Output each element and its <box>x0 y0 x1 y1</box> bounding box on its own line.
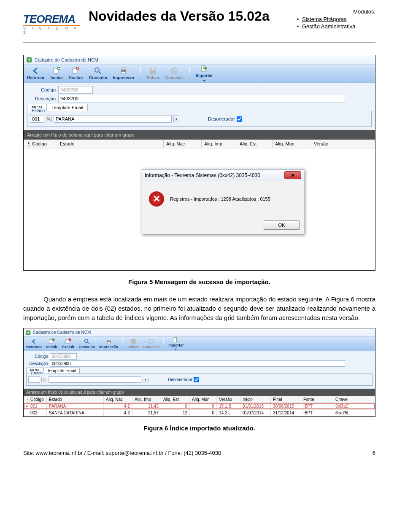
excluir-button[interactable]: Excluir <box>69 67 83 80</box>
descricao-label: Descrição <box>26 361 48 366</box>
estado-dropdown-button[interactable]: ▾ <box>143 377 148 382</box>
import-icon <box>200 65 208 73</box>
desonerador-checkbox[interactable] <box>237 116 242 122</box>
data-grid: ⋮ Código Estado Aliq. Nac Aliq. Imp Aliq… <box>24 396 375 416</box>
window-titlebar: Cadastro de Cadastro de NCM <box>24 328 375 337</box>
svg-rect-22 <box>131 339 135 344</box>
estado-legend: Estado <box>29 371 44 375</box>
estado-code-input[interactable] <box>30 115 44 123</box>
incluir-button[interactable]: Incluir <box>46 339 58 349</box>
tab-strip: NCM Template Email <box>27 104 372 111</box>
incluir-button[interactable]: Incluir <box>51 67 63 80</box>
page-number: 6 <box>373 450 375 456</box>
codigo-label: Código <box>26 354 48 359</box>
cancelar-button: Cancelar <box>143 339 159 349</box>
screenshot-1: Cadastro de Cadastro de NCM Retornar Inc… <box>23 55 375 271</box>
impressao-button[interactable]: Impressão <box>113 67 134 80</box>
consulta-button[interactable]: Consulta <box>89 67 107 80</box>
codigo-input[interactable] <box>58 86 93 94</box>
grid-col[interactable]: Aliq. Mun <box>190 396 217 403</box>
estado-lookup-button[interactable] <box>41 377 47 382</box>
grid-col[interactable]: Aliq. Nac <box>104 396 132 403</box>
tab-template-email[interactable]: Template Email <box>47 104 88 111</box>
caption-2: Figura 6 Índice importado atualizado. <box>23 425 375 432</box>
plus-icon <box>49 339 55 344</box>
estado-fieldset: Estado ▾ Desonerador <box>27 111 372 127</box>
grid-col[interactable]: Estado <box>47 396 104 403</box>
grid-col-versao[interactable]: Versão <box>311 140 375 148</box>
paragraph-1: Quando a empresa está localizada em mais… <box>23 295 375 322</box>
codigo-input[interactable] <box>50 353 77 360</box>
save-icon <box>130 339 136 344</box>
descricao-input[interactable] <box>58 95 345 102</box>
window-titlebar: Cadastro de Cadastro de NCM <box>24 55 375 64</box>
footer-rule <box>23 447 375 447</box>
group-hint-bar: Arraste um título de coluna aqui para cr… <box>24 130 375 140</box>
descricao-input[interactable] <box>50 360 345 367</box>
table-row[interactable]: 002 SANTA CATARINA 4,2 21,57 12 0 14.2.a… <box>24 410 375 416</box>
footer-contact: Site: www.teorema.inf.br / E-mail: supor… <box>23 450 221 456</box>
svg-rect-10 <box>151 68 155 70</box>
estado-legend: Estado <box>30 108 46 113</box>
ok-button[interactable]: OK <box>264 220 300 230</box>
grid-col-estado[interactable]: Estado <box>57 140 164 148</box>
retornar-button[interactable]: Retornar <box>26 339 42 349</box>
window-title: Cadastro de Cadastro de NCM <box>35 57 98 62</box>
estado-dropdown-button[interactable]: ▾ <box>173 116 179 122</box>
save-icon <box>149 67 157 75</box>
grid-col[interactable]: Aliq. Imp <box>132 396 161 403</box>
doc-header: TEOREMA S I S T E M A S Novidades da Ver… <box>23 8 375 35</box>
header-rule <box>23 43 375 43</box>
grid-col-aliqest[interactable]: Aliq. Est <box>237 140 273 148</box>
grid-col-aliqnac[interactable]: Aliq. Nac <box>164 140 202 148</box>
importar-button[interactable]: Importar▾ <box>196 65 213 83</box>
grid-col[interactable]: Aliq. Est <box>161 396 190 403</box>
desonerador-checkbox[interactable] <box>194 377 199 382</box>
grid-col[interactable]: Início <box>240 396 271 403</box>
svg-rect-18 <box>68 339 70 341</box>
codigo-label: Código <box>27 87 56 92</box>
title-wrap: Novidades da Versão 15.02a <box>89 8 287 24</box>
excluir-button[interactable]: Excluir <box>62 339 75 349</box>
logo-text: TEOREMA <box>23 13 80 26</box>
svg-point-25 <box>43 378 45 380</box>
descricao-label: Descrição <box>27 96 56 101</box>
toolbar-separator <box>189 67 190 80</box>
table-row[interactable]: ▸ 001 PARANA 4,2 11,42 0 0 15.1.B 01/01/… <box>24 403 375 410</box>
doc-title: Novidades da Versão 15.02a <box>89 8 287 24</box>
estado-name-input[interactable] <box>54 115 172 123</box>
grid-col[interactable]: Código <box>28 396 47 403</box>
logo: TEOREMA S I S T E M A S <box>23 8 80 35</box>
grid-col[interactable]: Fonte <box>301 396 333 403</box>
tab-template-email[interactable]: Template Email <box>43 368 80 373</box>
grid-col-codigo[interactable]: Código <box>30 140 57 148</box>
dialog-titlebar: Informação - Teorema Sistemas (0xx42) 30… <box>142 169 304 181</box>
back-arrow-icon <box>31 339 37 344</box>
impressao-button[interactable]: Impressão <box>99 339 118 349</box>
toolbar-separator <box>140 67 141 80</box>
grid-col-aliqimp[interactable]: Aliq. Imp <box>202 140 237 148</box>
grid-col[interactable]: Chave <box>333 396 375 403</box>
grid-col[interactable]: Final <box>271 396 301 403</box>
svg-rect-7 <box>122 68 125 70</box>
estado-name-input[interactable] <box>49 376 141 383</box>
dialog-close-button[interactable]: ✕ <box>284 171 301 179</box>
grid-col-aliqmun[interactable]: Aliq. Mun <box>273 140 311 148</box>
error-icon: ✕ <box>149 191 164 207</box>
estado-code-input[interactable] <box>28 376 40 383</box>
delete-icon <box>65 339 71 344</box>
search-icon <box>84 339 90 344</box>
dialog-body: ✕ Registros - Importados : 1298 Atualiza… <box>142 181 304 217</box>
plus-icon <box>53 67 61 75</box>
retornar-button[interactable]: Retornar <box>27 67 45 80</box>
toolbar: Retornar Incluir Excluir Consulta Impres… <box>24 64 375 83</box>
grid-col[interactable]: Versão <box>217 396 240 403</box>
logo-subtext: S I S T E M A S <box>23 25 80 35</box>
svg-rect-16 <box>52 339 54 341</box>
screenshot-2: Cadastro de Cadastro de NCM Retornar Inc… <box>23 328 375 417</box>
consulta-button[interactable]: Consulta <box>79 339 95 349</box>
toolbar-separator <box>163 339 164 349</box>
importar-button[interactable]: Importar▾ <box>168 337 184 351</box>
lookup-icon <box>43 378 46 382</box>
estado-lookup-button[interactable] <box>46 116 52 122</box>
